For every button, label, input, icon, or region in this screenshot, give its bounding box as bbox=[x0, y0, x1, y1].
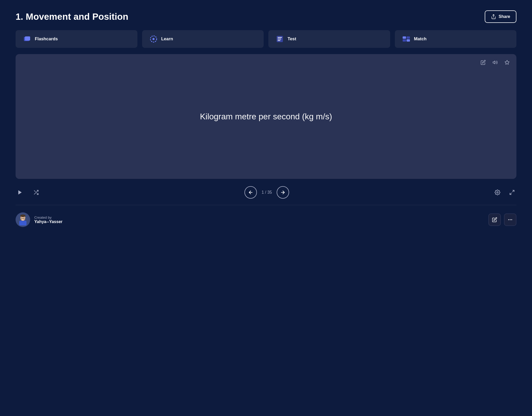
svg-point-30 bbox=[20, 214, 25, 217]
progress-text: 1 / 35 bbox=[262, 190, 272, 195]
share-button[interactable]: Share bbox=[485, 10, 516, 23]
shuffle-icon bbox=[33, 190, 39, 195]
match-icon bbox=[402, 35, 410, 43]
avatar-image bbox=[16, 212, 30, 227]
learn-icon bbox=[149, 35, 158, 43]
svg-marker-15 bbox=[18, 190, 22, 195]
tab-flashcards-label: Flashcards bbox=[35, 36, 58, 42]
settings-button[interactable] bbox=[493, 188, 502, 197]
creator-info: Created by Yahya--Yasser bbox=[16, 212, 63, 227]
shuffle-button[interactable] bbox=[32, 188, 41, 197]
svg-point-4 bbox=[152, 38, 155, 40]
prev-button[interactable] bbox=[244, 186, 257, 199]
svg-point-33 bbox=[511, 219, 512, 220]
share-icon bbox=[491, 14, 496, 19]
tab-match-label: Match bbox=[414, 36, 427, 42]
edit-card-button[interactable] bbox=[480, 59, 487, 66]
controls-left bbox=[16, 188, 41, 197]
flashcards-icon bbox=[23, 35, 31, 43]
svg-point-31 bbox=[508, 219, 509, 220]
svg-rect-10 bbox=[407, 39, 410, 42]
arrow-left-icon bbox=[248, 190, 253, 195]
tab-test-label: Test bbox=[288, 36, 296, 42]
test-icon bbox=[276, 35, 284, 43]
controls-row: 1 / 35 bbox=[16, 184, 516, 203]
page-title: 1. Movement and Position bbox=[16, 11, 128, 22]
more-options-button[interactable] bbox=[504, 213, 516, 226]
svg-line-22 bbox=[513, 190, 514, 192]
tab-learn-label: Learn bbox=[161, 36, 173, 42]
star-icon bbox=[504, 60, 510, 65]
card-actions bbox=[480, 59, 511, 66]
gear-icon bbox=[495, 190, 500, 195]
edit-icon bbox=[492, 217, 497, 222]
tab-match[interactable]: Match bbox=[395, 30, 517, 48]
play-button[interactable] bbox=[16, 188, 24, 197]
tab-flashcards[interactable]: Flashcards bbox=[16, 30, 137, 48]
creator-name: Yahya--Yasser bbox=[34, 219, 63, 224]
card-term: Kilogram metre per second (kg m/s) bbox=[190, 101, 343, 132]
next-button[interactable] bbox=[277, 186, 289, 199]
fullscreen-button[interactable] bbox=[508, 188, 516, 197]
svg-line-23 bbox=[510, 193, 511, 194]
page-header: 1. Movement and Position Share bbox=[16, 10, 516, 23]
svg-marker-14 bbox=[505, 60, 509, 64]
edit-button[interactable] bbox=[488, 213, 501, 226]
creator-text: Created by Yahya--Yasser bbox=[34, 216, 63, 224]
share-label: Share bbox=[499, 14, 510, 19]
controls-right bbox=[493, 188, 516, 197]
svg-rect-26 bbox=[19, 221, 26, 225]
footer-actions bbox=[488, 213, 516, 226]
tab-learn[interactable]: Learn bbox=[142, 30, 264, 48]
svg-rect-12 bbox=[407, 36, 410, 39]
svg-point-32 bbox=[510, 219, 510, 220]
audio-button[interactable] bbox=[491, 59, 499, 66]
tabs-row: Flashcards Learn Test Match bbox=[16, 30, 516, 48]
svg-rect-11 bbox=[403, 39, 406, 42]
divider bbox=[16, 205, 516, 205]
svg-rect-2 bbox=[25, 36, 30, 41]
ellipsis-icon bbox=[508, 217, 513, 222]
svg-point-21 bbox=[497, 192, 498, 193]
speaker-icon bbox=[493, 60, 498, 65]
footer: Created by Yahya--Yasser bbox=[16, 212, 516, 227]
svg-rect-9 bbox=[403, 36, 406, 39]
controls-center: 1 / 35 bbox=[244, 186, 289, 199]
avatar bbox=[16, 212, 30, 227]
play-icon bbox=[17, 190, 23, 195]
arrow-right-icon bbox=[280, 190, 285, 195]
flashcard-area[interactable]: Kilogram metre per second (kg m/s) bbox=[16, 54, 516, 179]
svg-line-18 bbox=[34, 191, 36, 192]
star-button[interactable] bbox=[503, 59, 511, 66]
created-by-label: Created by bbox=[34, 216, 63, 219]
fullscreen-icon bbox=[509, 190, 515, 195]
svg-marker-13 bbox=[493, 61, 495, 64]
tab-test[interactable]: Test bbox=[268, 30, 390, 48]
pencil-icon bbox=[481, 60, 486, 65]
